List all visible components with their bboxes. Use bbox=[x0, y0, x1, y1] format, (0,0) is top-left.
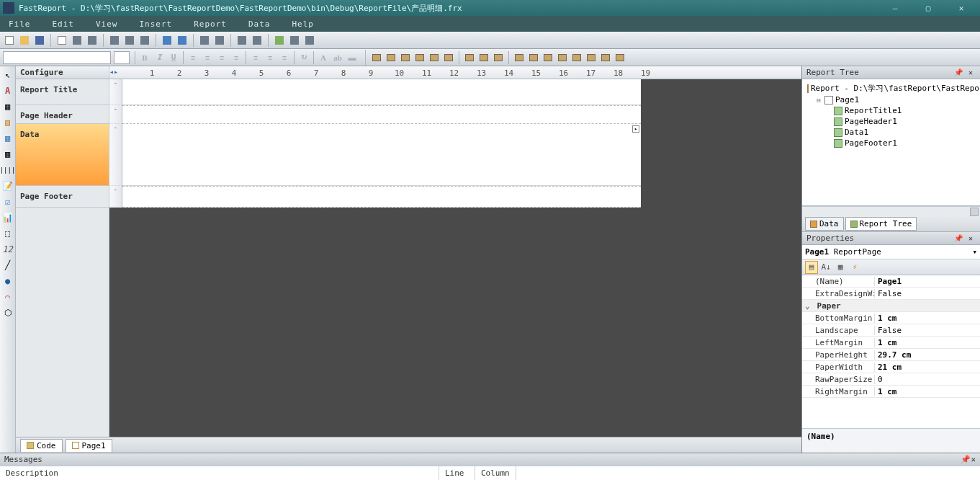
prop-row[interactable]: ⌄ Paper bbox=[802, 300, 980, 312]
scrollbar-thumb[interactable] bbox=[970, 208, 979, 216]
prop-row[interactable]: BottomMargin1 cm bbox=[802, 312, 980, 324]
group-button[interactable] bbox=[198, 34, 211, 47]
newpage-button[interactable] bbox=[273, 34, 286, 47]
align-left-button[interactable]: ≡ bbox=[186, 51, 200, 64]
border-top-button[interactable] bbox=[370, 51, 383, 64]
page-setup-button[interactable] bbox=[71, 34, 84, 47]
font-family-select[interactable] bbox=[3, 51, 111, 64]
tab-code[interactable]: Code bbox=[20, 439, 63, 452]
categorized-button[interactable]: ▤ bbox=[805, 261, 818, 274]
align-toolbar-8[interactable] bbox=[613, 51, 626, 64]
copy-button[interactable] bbox=[123, 34, 136, 47]
prop-row[interactable]: ExtraDesignWiFalse bbox=[802, 288, 980, 300]
menu-data[interactable]: Data bbox=[244, 18, 275, 30]
border-color-button[interactable] bbox=[463, 51, 476, 64]
menu-report[interactable]: Report bbox=[189, 18, 231, 30]
align-toolbar-6[interactable] bbox=[585, 51, 598, 64]
newdialog-button[interactable] bbox=[288, 34, 301, 47]
region-data[interactable]: ▸ bbox=[122, 124, 641, 186]
align-toolbar-7[interactable] bbox=[599, 51, 612, 64]
valign-middle-button[interactable]: ≡ bbox=[263, 51, 277, 64]
page-surface[interactable]: ▸ bbox=[122, 79, 641, 208]
close-panel-icon-2[interactable]: ✕ bbox=[968, 234, 973, 242]
zip-code-tool[interactable]: ⬚ bbox=[2, 228, 14, 239]
delpage-button[interactable] bbox=[303, 34, 316, 47]
border-width-button[interactable] bbox=[477, 51, 490, 64]
close-panel-icon-3[interactable]: ✕ bbox=[971, 455, 976, 464]
valign-top-button[interactable]: ≡ bbox=[248, 51, 263, 64]
tree-node-reporttitle1[interactable]: ReportTitle1 bbox=[805, 105, 977, 116]
italic-button[interactable]: I bbox=[152, 51, 166, 64]
align-toolbar-4[interactable] bbox=[556, 51, 569, 64]
matrix-tool[interactable]: ▦ bbox=[2, 148, 14, 160]
preview-button[interactable] bbox=[55, 34, 68, 47]
pin-icon-3[interactable]: 📌 bbox=[961, 455, 971, 464]
undo-button[interactable] bbox=[161, 34, 174, 47]
text-tool[interactable]: A bbox=[2, 85, 14, 97]
prop-row[interactable]: LandscapeFalse bbox=[802, 324, 980, 337]
region-page-header[interactable] bbox=[122, 105, 641, 124]
tab-page1[interactable]: Page1 bbox=[66, 439, 112, 452]
table-tool[interactable]: ▦ bbox=[2, 133, 14, 144]
print-button[interactable] bbox=[86, 34, 99, 47]
font-size-select[interactable] bbox=[114, 51, 130, 64]
checkbox-tool[interactable]: ☑ bbox=[2, 196, 14, 208]
props-view-button[interactable]: ▦ bbox=[834, 261, 847, 274]
tree-node-pageheader1[interactable]: PageHeader1 bbox=[805, 116, 977, 127]
band-tool[interactable]: ▤ bbox=[2, 117, 14, 128]
align-toolbar-5[interactable] bbox=[570, 51, 583, 64]
prop-row[interactable]: RawPaperSize0 bbox=[802, 373, 980, 386]
font-color-button[interactable]: A bbox=[316, 51, 331, 64]
band-report-title[interactable]: Report Title bbox=[16, 79, 109, 105]
border-all-button[interactable] bbox=[428, 51, 441, 64]
find-button[interactable] bbox=[251, 34, 264, 47]
menu-insert[interactable]: Insert bbox=[135, 18, 177, 30]
menu-file[interactable]: File bbox=[4, 18, 35, 30]
close-button[interactable]: ✕ bbox=[956, 4, 967, 13]
select-tool[interactable]: ↖ bbox=[2, 69, 14, 81]
prop-row[interactable]: RightMargin1 cm bbox=[802, 386, 980, 398]
align-center-button[interactable]: ≡ bbox=[200, 51, 215, 64]
redo-button[interactable] bbox=[176, 34, 189, 47]
save-button[interactable] bbox=[33, 34, 46, 47]
properties-object-selector[interactable]: Page1 ReportPage ▾ bbox=[802, 245, 980, 259]
align-justify-button[interactable]: ≡ bbox=[229, 51, 243, 64]
alphabetical-button[interactable]: A↓ bbox=[819, 261, 832, 274]
tab-data[interactable]: Data bbox=[805, 217, 844, 231]
border-style-button[interactable] bbox=[492, 51, 505, 64]
open-button[interactable] bbox=[18, 34, 31, 47]
menu-edit[interactable]: Edit bbox=[48, 18, 79, 30]
fill-color-button[interactable]: ▬ bbox=[345, 51, 359, 64]
maximize-button[interactable]: ▢ bbox=[922, 4, 934, 13]
border-none-button[interactable] bbox=[442, 51, 455, 64]
polyline-tool[interactable]: ⌒ bbox=[2, 291, 14, 303]
cellular-text-tool[interactable]: 12 bbox=[2, 244, 14, 255]
tab-report-tree[interactable]: Report Tree bbox=[845, 217, 917, 231]
region-report-title[interactable] bbox=[122, 79, 641, 105]
shape-tool[interactable]: ● bbox=[2, 275, 14, 287]
pin-icon[interactable]: 📌 bbox=[954, 68, 963, 76]
highlight-button[interactable]: ab bbox=[331, 51, 345, 64]
align-toolbar-2[interactable] bbox=[527, 51, 540, 64]
prop-row[interactable]: PaperWidth21 cm bbox=[802, 361, 980, 373]
tree-node-page[interactable]: ⊟Page1 bbox=[805, 94, 977, 105]
close-panel-icon[interactable]: ✕ bbox=[968, 68, 973, 76]
minimize-button[interactable]: — bbox=[889, 4, 901, 13]
events-button[interactable]: ⚡ bbox=[848, 261, 861, 274]
line-tool[interactable]: ╱ bbox=[2, 259, 14, 271]
tree-node-data1[interactable]: Data1 bbox=[805, 127, 977, 138]
cut-button[interactable] bbox=[108, 34, 121, 47]
style-button[interactable] bbox=[235, 34, 248, 47]
align-toolbar-3[interactable] bbox=[541, 51, 554, 64]
prop-row[interactable]: PaperHeight29.7 cm bbox=[802, 349, 980, 361]
region-page-footer[interactable] bbox=[122, 186, 641, 208]
pin-icon-2[interactable]: 📌 bbox=[954, 234, 963, 242]
align-toolbar-1[interactable] bbox=[513, 51, 526, 64]
text-rotation-button[interactable]: ↻ bbox=[297, 51, 311, 64]
band-data[interactable]: Data bbox=[16, 124, 109, 186]
tree-node-pagefooter1[interactable]: PageFooter1 bbox=[805, 138, 977, 148]
underline-button[interactable]: U bbox=[166, 51, 181, 64]
barcode-tool[interactable]: |||| bbox=[2, 164, 14, 176]
design-canvas[interactable]: ◂▸ 12345678910111213141516171819 ---- ▸ bbox=[109, 66, 801, 437]
border-right-button[interactable] bbox=[413, 51, 426, 64]
